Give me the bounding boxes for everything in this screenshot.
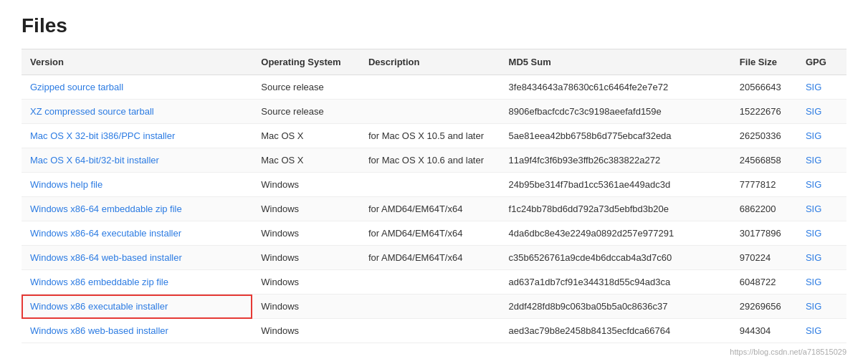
cell-gpg: SIG bbox=[797, 75, 846, 100]
cell-os: Source release bbox=[252, 75, 360, 100]
file-link[interactable]: Gzipped source tarball bbox=[30, 82, 123, 92]
cell-os: Mac OS X bbox=[252, 148, 360, 173]
file-link[interactable]: Windows x86 executable installer bbox=[30, 301, 168, 312]
cell-md5: aed3ac79b8e2458b84135ecfdca66764 bbox=[500, 319, 731, 343]
cell-version: Windows x86-64 web-based installer bbox=[22, 246, 252, 270]
cell-os: Source release bbox=[252, 100, 360, 124]
cell-md5: 11a9f4fc3f6b93e3ffb26c383822a272 bbox=[500, 148, 731, 173]
cell-md5: 5ae81eea42bb6758b6d775ebcaf32eda bbox=[500, 124, 731, 148]
sig-link[interactable]: SIG bbox=[806, 106, 821, 117]
file-link[interactable]: Windows x86-64 executable installer bbox=[30, 228, 181, 239]
file-link[interactable]: Windows x86 web-based installer bbox=[30, 325, 168, 336]
cell-os: Windows bbox=[252, 173, 360, 197]
table-header-row: Version Operating System Description MD5… bbox=[22, 49, 846, 75]
cell-os: Windows bbox=[252, 270, 360, 294]
col-header-description: Description bbox=[360, 49, 500, 75]
file-link[interactable]: Windows x86-64 embeddable zip file bbox=[30, 203, 182, 214]
watermark: https://blog.csdn.net/a718515029 bbox=[22, 348, 846, 356]
cell-os: Windows bbox=[252, 197, 360, 221]
cell-filesize: 30177896 bbox=[731, 221, 797, 246]
file-link[interactable]: Mac OS X 32-bit i386/PPC installer bbox=[30, 130, 175, 141]
file-link[interactable]: XZ compressed source tarball bbox=[30, 106, 154, 117]
cell-filesize: 15222676 bbox=[731, 100, 797, 124]
table-row: Mac OS X 64-bit/32-bit installerMac OS X… bbox=[22, 148, 846, 173]
cell-md5: f1c24bb78bd6dd792a73d5ebfbd3b20e bbox=[500, 197, 731, 221]
cell-filesize: 20566643 bbox=[731, 75, 797, 100]
cell-md5: 4da6dbc8e43e2249a0892d257e977291 bbox=[500, 221, 731, 246]
file-link[interactable]: Mac OS X 64-bit/32-bit installer bbox=[30, 155, 159, 166]
cell-gpg: SIG bbox=[797, 246, 846, 270]
cell-os: Windows bbox=[252, 294, 360, 319]
cell-description: for AMD64/EM64T/x64 bbox=[360, 197, 500, 221]
cell-gpg: SIG bbox=[797, 270, 846, 294]
file-link[interactable]: Windows help file bbox=[30, 179, 102, 190]
cell-description bbox=[360, 294, 500, 319]
table-row: Windows x86 web-based installerWindowsae… bbox=[22, 319, 846, 343]
cell-gpg: SIG bbox=[797, 148, 846, 173]
cell-description: for AMD64/EM64T/x64 bbox=[360, 246, 500, 270]
cell-os: Windows bbox=[252, 246, 360, 270]
cell-version: Windows x86 web-based installer bbox=[22, 319, 252, 343]
cell-md5: 8906efbacfcdc7c3c9198aeefafd159e bbox=[500, 100, 731, 124]
sig-link[interactable]: SIG bbox=[806, 277, 821, 287]
sig-link[interactable]: SIG bbox=[806, 130, 821, 141]
cell-description: for AMD64/EM64T/x64 bbox=[360, 221, 500, 246]
table-row: Windows x86-64 executable installerWindo… bbox=[22, 221, 846, 246]
cell-version: Windows help file bbox=[22, 173, 252, 197]
files-table: Version Operating System Description MD5… bbox=[22, 49, 846, 343]
col-header-gpg: GPG bbox=[797, 49, 846, 75]
col-header-filesize: File Size bbox=[731, 49, 797, 75]
cell-description: for Mac OS X 10.6 and later bbox=[360, 148, 500, 173]
table-row: Windows x86-64 web-based installerWindow… bbox=[22, 246, 846, 270]
cell-version: Windows x86-64 embeddable zip file bbox=[22, 197, 252, 221]
cell-description bbox=[360, 173, 500, 197]
table-row: Gzipped source tarballSource release3fe8… bbox=[22, 75, 846, 100]
cell-gpg: SIG bbox=[797, 173, 846, 197]
cell-version: Windows x86 executable installer bbox=[22, 294, 252, 319]
cell-filesize: 6048722 bbox=[731, 270, 797, 294]
cell-version: XZ compressed source tarball bbox=[22, 100, 252, 124]
table-row: XZ compressed source tarballSource relea… bbox=[22, 100, 846, 124]
col-header-md5: MD5 Sum bbox=[500, 49, 731, 75]
cell-version: Windows x86 embeddable zip file bbox=[22, 270, 252, 294]
cell-gpg: SIG bbox=[797, 100, 846, 124]
cell-version: Gzipped source tarball bbox=[22, 75, 252, 100]
table-row: Windows x86 embeddable zip fileWindowsad… bbox=[22, 270, 846, 294]
cell-description bbox=[360, 270, 500, 294]
cell-version: Mac OS X 64-bit/32-bit installer bbox=[22, 148, 252, 173]
sig-link[interactable]: SIG bbox=[806, 325, 821, 336]
sig-link[interactable]: SIG bbox=[806, 82, 821, 92]
file-link[interactable]: Windows x86 embeddable zip file bbox=[30, 277, 168, 287]
cell-description: for Mac OS X 10.5 and later bbox=[360, 124, 500, 148]
cell-filesize: 24566858 bbox=[731, 148, 797, 173]
cell-filesize: 944304 bbox=[731, 319, 797, 343]
cell-md5: 2ddf428fd8b9c063ba05b5a0c8636c37 bbox=[500, 294, 731, 319]
cell-version: Mac OS X 32-bit i386/PPC installer bbox=[22, 124, 252, 148]
table-row: Windows x86-64 embeddable zip fileWindow… bbox=[22, 197, 846, 221]
file-link[interactable]: Windows x86-64 web-based installer bbox=[30, 252, 182, 263]
sig-link[interactable]: SIG bbox=[806, 155, 821, 166]
col-header-version: Version bbox=[22, 49, 252, 75]
cell-md5: ad637a1db7cf91e344318d55c94ad3ca bbox=[500, 270, 731, 294]
cell-gpg: SIG bbox=[797, 319, 846, 343]
cell-gpg: SIG bbox=[797, 221, 846, 246]
cell-gpg: SIG bbox=[797, 124, 846, 148]
cell-md5: 24b95be314f7bad1cc5361ae449adc3d bbox=[500, 173, 731, 197]
cell-filesize: 970224 bbox=[731, 246, 797, 270]
sig-link[interactable]: SIG bbox=[806, 179, 821, 190]
sig-link[interactable]: SIG bbox=[806, 203, 821, 214]
cell-os: Windows bbox=[252, 221, 360, 246]
cell-os: Mac OS X bbox=[252, 124, 360, 148]
cell-gpg: SIG bbox=[797, 294, 846, 319]
sig-link[interactable]: SIG bbox=[806, 252, 821, 263]
sig-link[interactable]: SIG bbox=[806, 228, 821, 239]
col-header-os: Operating System bbox=[252, 49, 360, 75]
table-row: Windows help fileWindows24b95be314f7bad1… bbox=[22, 173, 846, 197]
cell-description bbox=[360, 319, 500, 343]
cell-md5: 3fe8434643a78630c61c6464fe2e7e72 bbox=[500, 75, 731, 100]
table-row: Windows x86 executable installerWindows2… bbox=[22, 294, 846, 319]
sig-link[interactable]: SIG bbox=[806, 301, 821, 312]
cell-filesize: 26250336 bbox=[731, 124, 797, 148]
cell-description bbox=[360, 75, 500, 100]
cell-filesize: 7777812 bbox=[731, 173, 797, 197]
